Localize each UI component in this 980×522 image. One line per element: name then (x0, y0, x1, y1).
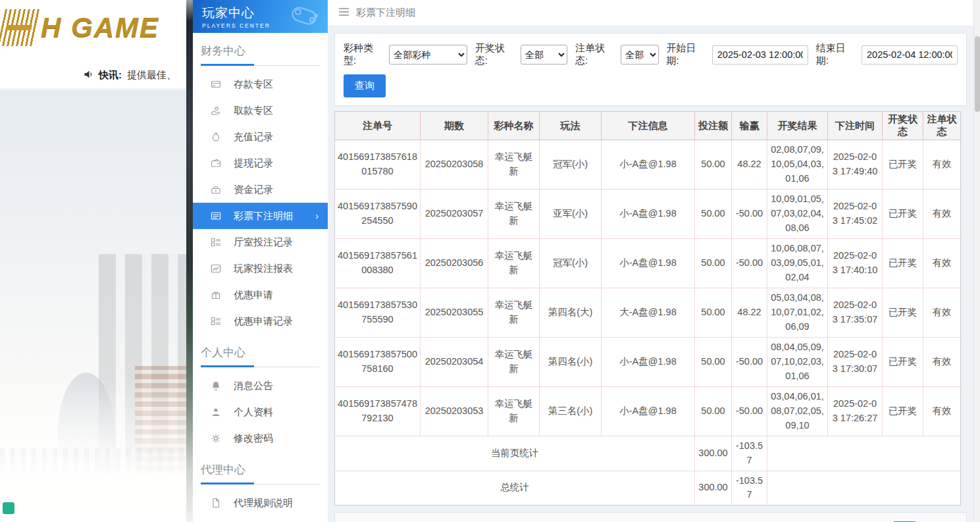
table-row: 40156917385759025455020250203057幸运飞艇新亚军(… (335, 190, 961, 239)
sidebar-item-messages[interactable]: 消息公告 (193, 373, 328, 399)
ticker-text: 提供最佳、 (127, 69, 176, 82)
bet-status-label: 注单状态: (575, 42, 617, 67)
col-time: 下注时间 (828, 112, 883, 140)
sidebar-item-agent-rules[interactable]: 代理规则说明 (193, 490, 328, 516)
pagination-bar: 每页显示20条 共6条 首页 上一页 [1] 下一页 第 页 跳转 (334, 512, 967, 522)
sidebar-item-deposit-zone[interactable]: 存款专区 (193, 71, 328, 97)
site-header: H GAME (0, 0, 186, 63)
sidebar-item-change-password[interactable]: 修改密码 (193, 425, 328, 452)
sidebar-item-lottery-bet-details[interactable]: 彩票下注明细 › (193, 203, 328, 229)
col-winloss: 输赢 (732, 112, 767, 140)
gift-icon (211, 290, 221, 300)
vertical-scrollbar[interactable] (973, 0, 980, 522)
hamburger-menu-icon[interactable] (338, 7, 349, 18)
main-header: 彩票下注明细 (328, 0, 973, 26)
col-bet-info: 下注信息 (602, 112, 695, 140)
sidebar-header: 玩家中心 PLAYERS CENTER (193, 0, 328, 33)
col-amount: 投注额 (695, 112, 732, 140)
col-play: 玩法 (540, 112, 602, 140)
table-row: 40156917385761801578020250203058幸运飞艇新冠军(… (335, 140, 961, 190)
lottery-type-label: 彩种类型: (344, 42, 385, 67)
person-icon (211, 407, 221, 417)
left-background-region: H GAME 快讯: 提供最佳、 (0, 0, 186, 522)
table-row: 40156917385756100838020250203056幸运飞艇新冠军(… (335, 239, 961, 288)
gear-icon (211, 433, 221, 444)
ticker-label: 快讯: (99, 69, 122, 82)
bet-details-table: 注单号 期数 彩种名称 玩法 下注信息 投注额 输赢 开奖结果 下注时间 开奖状… (334, 111, 961, 506)
gamepad-icon (287, 3, 321, 33)
sidebar-item-withdraw-zone[interactable]: 取款专区 (193, 97, 328, 124)
total-summary-row: 总统计 300.00 -103.57 (335, 471, 961, 506)
sidebar-item-promo-apply[interactable]: 优惠申请 (193, 282, 328, 308)
draw-status-select[interactable]: 全部 (521, 45, 567, 65)
purse-icon (211, 184, 221, 195)
bet-detail-list-icon (211, 211, 221, 221)
site-logo: H GAME (1, 9, 159, 46)
col-lottery-name: 彩种名称 (488, 112, 540, 140)
money-bag-icon (211, 132, 221, 142)
section-title-finance: 财务中心 (193, 33, 328, 64)
col-period: 期数 (421, 112, 488, 140)
page-summary-row: 当前页统计 300.00 -103.57 (335, 436, 961, 471)
page-title: 彩票下注明细 (356, 7, 415, 19)
section-divider (201, 64, 320, 66)
table-row: 40156917385750075816020250203054幸运飞艇新第四名… (335, 338, 961, 387)
search-button[interactable]: 查询 (344, 74, 386, 97)
draw-status-label: 开奖状态: (475, 42, 517, 67)
wallet-icon (211, 158, 221, 169)
hand-coin-icon (211, 105, 221, 116)
room-list-icon (211, 237, 221, 248)
personal-menu: 消息公告 个人资料 修改密码 (193, 367, 328, 452)
start-date-label: 开始日期: (667, 42, 708, 67)
bank-card-icon (211, 79, 221, 90)
logo-text: H GAME (41, 12, 159, 43)
finance-menu: 存款专区 取款专区 充值记录 提现记录 资金记录 彩票下注明细 › 厅室投注记录 (193, 66, 328, 334)
sidebar-item-funds-record[interactable]: 资金记录 (193, 176, 328, 203)
main-content: 彩种类型: 全部彩种 开奖状态: 全部 注单状态: 全部 开始日期: 结束日期:… (328, 26, 973, 522)
col-draw-status: 开奖状态 (883, 112, 923, 140)
bell-icon (211, 380, 221, 391)
document-icon (211, 498, 221, 508)
section-divider (201, 365, 320, 367)
sidebar-item-promo-apply-record[interactable]: 优惠申请记录 (193, 308, 328, 334)
col-bet-status: 注单状态 (923, 112, 961, 140)
logo-stripes-icon (0, 9, 41, 46)
table-row: 40156917385747879213020250203053幸运飞艇新第三名… (335, 387, 961, 436)
customer-service-button[interactable] (3, 502, 14, 514)
sidebar-item-withdrawal-record[interactable]: 提现记录 (193, 150, 328, 176)
sidebar-item-recharge-record[interactable]: 充值记录 (193, 124, 328, 150)
bet-status-select[interactable]: 全部 (621, 45, 658, 65)
total-summary-label: 总统计 (335, 471, 695, 506)
table-row: 40156917385753075559020250203055幸运飞艇新第四名… (335, 288, 961, 338)
background-edge-strip (186, 0, 193, 522)
sidebar: 玩家中心 PLAYERS CENTER 财务中心 存款专区 取款专区 充值记录 … (193, 0, 328, 522)
section-title-agent: 代理中心 (193, 452, 328, 483)
section-title-personal: 个人中心 (193, 334, 328, 365)
sidebar-item-profile[interactable]: 个人资料 (193, 399, 328, 425)
agent-menu: 代理规则说明 代理团队统计 (193, 484, 328, 522)
table-header-row: 注单号 期数 彩种名称 玩法 下注信息 投注额 输赢 开奖结果 下注时间 开奖状… (335, 112, 961, 140)
main-area: 彩票下注明细 彩种类型: 全部彩种 开奖状态: 全部 注单状态: 全部 开始日期… (328, 0, 973, 522)
section-divider (201, 483, 320, 484)
end-date-label: 结束日期: (816, 42, 858, 67)
news-ticker: 快讯: 提供最佳、 (0, 63, 186, 89)
speaker-icon (83, 69, 93, 82)
col-result: 开奖结果 (767, 112, 828, 140)
scrollbar-thumb[interactable] (975, 36, 980, 112)
end-date-input[interactable] (862, 45, 958, 65)
sidebar-item-room-bet-record[interactable]: 厅室投注记录 (193, 229, 328, 255)
page-summary-label: 当前页统计 (335, 436, 695, 471)
lottery-type-select[interactable]: 全部彩种 (389, 45, 467, 65)
report-chart-icon (211, 263, 221, 274)
col-order-no: 注单号 (335, 112, 421, 140)
chevron-right-icon: › (315, 211, 319, 221)
record-list-icon (211, 316, 221, 326)
sidebar-item-player-bet-report[interactable]: 玩家投注报表 (193, 255, 328, 282)
start-date-input[interactable] (712, 45, 808, 65)
filter-panel: 彩种类型: 全部彩种 开奖状态: 全部 注单状态: 全部 开始日期: 结束日期:… (334, 33, 967, 106)
city-background-image (0, 90, 186, 522)
sidebar-item-agent-team-stats[interactable]: 代理团队统计 (193, 516, 328, 522)
